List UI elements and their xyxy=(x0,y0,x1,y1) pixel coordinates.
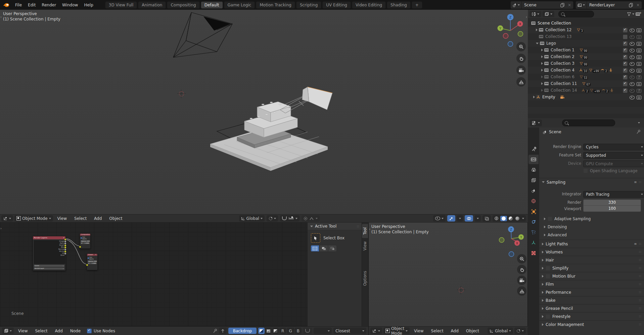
hide-toggle[interactable] xyxy=(630,35,635,39)
section-freestyle[interactable]: Freestyle ∷ xyxy=(539,312,644,320)
renderlayer-name-field[interactable]: RenderLayer xyxy=(587,3,628,7)
hide-toggle[interactable] xyxy=(630,29,635,32)
outliner-row-collection-4[interactable]: Collection 4 10 +99 2 xyxy=(528,67,644,74)
tab-game-logic[interactable]: Game Logic xyxy=(224,1,255,9)
select-box-tool-icon[interactable] xyxy=(311,233,320,243)
row-checkbox[interactable] xyxy=(623,41,628,46)
toolbar-expand-arrow[interactable]: › xyxy=(369,227,370,231)
outliner-row-collection-1[interactable]: Collection 1 99 xyxy=(528,47,644,53)
select-mode-extend-button[interactable] xyxy=(320,245,328,251)
node-scene-select[interactable]: Scene⌄ xyxy=(34,265,64,267)
node-editor[interactable]: › Render Layers× Image Alpha Depth Mist … xyxy=(0,223,368,326)
hide-toggle[interactable] xyxy=(630,62,635,66)
outliner-row-collection-12[interactable]: Collection 12 3 xyxy=(528,27,644,33)
socket-image-in[interactable] xyxy=(86,264,88,266)
proportional-edit-controls[interactable] xyxy=(302,215,320,222)
tab-output[interactable] xyxy=(528,165,539,175)
menu-window[interactable]: Window xyxy=(59,0,81,10)
gizmo-y[interactable]: Y xyxy=(499,27,501,30)
tab-animation[interactable]: Animation xyxy=(138,1,166,9)
expand-icon[interactable] xyxy=(541,82,543,85)
mode-dropdown[interactable]: Object Mode xyxy=(383,328,410,334)
expand-icon[interactable] xyxy=(541,49,543,51)
tab-options[interactable]: Options xyxy=(362,268,368,289)
pivot-dropdown[interactable] xyxy=(514,328,526,334)
shading-wireframe-button[interactable] xyxy=(493,216,500,221)
renderlayer-copy-button[interactable] xyxy=(628,3,634,7)
outliner-row-collection-13[interactable]: Collection 13 xyxy=(528,33,644,40)
outliner-row-collection-11[interactable]: Collection 11 67 xyxy=(528,80,644,87)
gizmo-y-neg[interactable] xyxy=(499,238,504,243)
adaptive-sampling-checkbox[interactable] xyxy=(548,217,552,221)
row-checkbox[interactable] xyxy=(623,35,628,39)
section-volumes[interactable]: Volumes ∷ xyxy=(539,248,644,256)
main-3d-viewport[interactable]: User Perspective (1) Scene Collection | … xyxy=(0,10,528,214)
section-bake[interactable]: Bake ∷ xyxy=(539,296,644,304)
tab-compositing[interactable]: Compositing xyxy=(167,1,199,9)
expand-icon[interactable] xyxy=(533,96,535,98)
render-toggle[interactable] xyxy=(637,76,641,79)
scene-copy-button[interactable] xyxy=(559,3,566,7)
render-toggle[interactable] xyxy=(637,69,641,73)
expand-icon[interactable] xyxy=(541,69,543,71)
row-checkbox[interactable] xyxy=(623,61,628,66)
render-toggle[interactable] xyxy=(637,89,641,93)
row-checkbox[interactable] xyxy=(623,75,628,80)
render-toggle[interactable] xyxy=(637,35,641,39)
tab-tool[interactable]: Tool xyxy=(362,224,368,238)
section-grease-pencil[interactable]: Grease Pencil ∷ xyxy=(539,304,644,312)
expand-icon[interactable] xyxy=(541,55,543,58)
alpha-slider[interactable]: Alpha1.000 xyxy=(88,260,97,262)
tab-physics[interactable] xyxy=(528,217,539,227)
node-layer-select[interactable]: RenderLayer⌄ xyxy=(34,268,64,270)
tab-scene[interactable] xyxy=(528,186,539,195)
tab-tool[interactable] xyxy=(528,144,539,154)
section-color-management[interactable]: Color Management ∷ xyxy=(539,320,644,328)
channel-color-button[interactable] xyxy=(265,328,272,334)
backdrop-button[interactable]: Backdrop xyxy=(228,328,257,334)
expand-icon[interactable] xyxy=(536,29,538,31)
drag-handle[interactable]: ∷ xyxy=(639,274,641,278)
drag-handle[interactable]: ∷ xyxy=(639,323,641,326)
node-snap-button[interactable] xyxy=(303,328,312,334)
hide-toggle[interactable] xyxy=(630,55,635,59)
outliner-collapse-arrow[interactable]: ‹ xyxy=(526,15,527,19)
outliner-search-input[interactable] xyxy=(558,11,594,17)
gizmos-dropdown[interactable] xyxy=(457,215,463,222)
node-view-menu[interactable]: View xyxy=(15,327,31,335)
node-composite[interactable]: Composite× Use Alpha Alpha1.000 Z1.000 xyxy=(80,233,91,249)
drag-handle[interactable]: ∷ xyxy=(639,180,641,184)
outliner-filter-button[interactable] xyxy=(627,12,634,16)
hide-toggle[interactable] xyxy=(630,89,635,93)
channel-g-button[interactable]: G xyxy=(287,328,294,334)
scene-name-field[interactable]: Scene xyxy=(522,3,559,7)
tab-texture[interactable] xyxy=(528,248,539,258)
pan-button[interactable] xyxy=(517,265,526,274)
node-node-menu[interactable]: Node xyxy=(67,327,84,335)
drag-handle[interactable]: ∷ xyxy=(639,282,641,286)
toolbar-expand-arrow[interactable]: › xyxy=(0,15,2,19)
camera-object[interactable] xyxy=(164,10,241,68)
tab-object-data[interactable] xyxy=(528,238,539,247)
snap-controls[interactable] xyxy=(280,215,300,222)
section-hair[interactable]: Hair ∷ xyxy=(539,256,644,264)
row-checkbox[interactable] xyxy=(623,82,628,86)
menu-edit[interactable]: Edit xyxy=(25,0,39,10)
socket-out[interactable] xyxy=(64,252,66,255)
section-motion-blur[interactable]: Motion Blur ∷ xyxy=(539,272,644,280)
tab-add-workspace[interactable]: + xyxy=(412,1,422,9)
gizmo-z-neg[interactable] xyxy=(508,42,513,47)
hide-toggle[interactable] xyxy=(630,82,635,86)
subsection-denoising[interactable]: Denoising xyxy=(544,224,567,230)
use-nodes-checkbox[interactable] xyxy=(87,329,92,333)
outliner-row-collection-2[interactable]: Collection 2 99 xyxy=(528,53,644,60)
drag-handle[interactable]: ∷ xyxy=(639,290,641,294)
tab-shading[interactable]: Shading xyxy=(387,1,411,9)
orientation-dropdown[interactable]: Global xyxy=(488,328,513,334)
renderlayer-unlink-button[interactable]: × xyxy=(634,3,642,7)
gizmo-z[interactable]: Z xyxy=(509,16,511,19)
render-region-button[interactable] xyxy=(482,215,491,222)
secondary-3d-viewport[interactable]: User Perspective (1) Scene Collection | … xyxy=(368,223,528,326)
render-toggle[interactable] xyxy=(637,62,641,66)
camera-view-button[interactable] xyxy=(516,65,526,75)
